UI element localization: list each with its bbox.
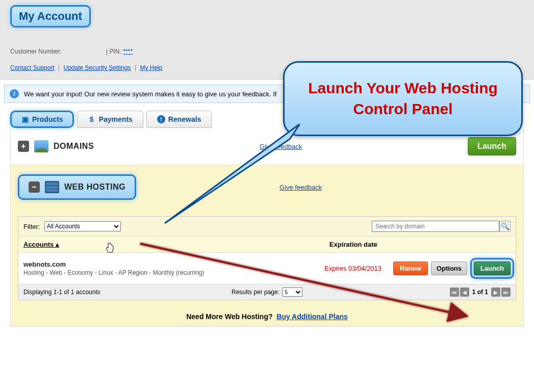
cursor-icon: [105, 242, 115, 257]
search-icon: 🔍: [501, 222, 510, 230]
tab-products[interactable]: ▣ Products: [10, 111, 74, 128]
results-per-page-select[interactable]: 5: [282, 288, 302, 297]
table-row: webnots.com Hosting - Web - Economy - Li…: [18, 253, 516, 284]
launch-button[interactable]: Launch: [474, 262, 511, 275]
search-button[interactable]: 🔍: [499, 221, 511, 232]
pager-bar: Displaying 1-1 of 1 accounts Results per…: [18, 284, 516, 300]
callout-tail: [126, 124, 300, 236]
my-help-link[interactable]: My Help: [140, 64, 162, 71]
filter-label: Filter:: [23, 223, 40, 230]
customer-number-label: Customer Number:: [10, 48, 62, 55]
need-more-row: Need More Web Hosting? Buy Additional Pl…: [11, 307, 523, 326]
svg-marker-0: [165, 124, 300, 223]
expires-text: Expires 03/04/2013: [324, 265, 393, 272]
launch-highlight: Launch: [470, 258, 514, 279]
filter-select[interactable]: All Accounts: [44, 221, 121, 231]
contact-support-link[interactable]: Contact Support: [10, 64, 55, 71]
page-indicator: 1 of 1: [472, 289, 488, 296]
accounts-column-header[interactable]: Accounts ▴: [23, 241, 59, 248]
tab-payments-label: Payments: [99, 115, 133, 123]
results-per-page-label: Results per page:: [232, 289, 279, 296]
dollar-icon: $: [88, 115, 96, 123]
need-more-text: Need More Web Hosting?: [186, 312, 272, 321]
pager-last-button[interactable]: ⏭: [501, 288, 511, 297]
pager-first-button[interactable]: ⏮: [450, 288, 459, 297]
alert-icon: !: [157, 115, 165, 123]
domains-icon: [34, 140, 48, 152]
tab-products-label: Products: [32, 115, 63, 123]
displaying-text: Displaying 1-1 of 1 accounts: [23, 289, 100, 296]
account-name: webnots.com: [23, 260, 324, 268]
server-icon: [45, 181, 59, 193]
domains-launch-button[interactable]: Launch: [468, 137, 516, 155]
security-settings-link[interactable]: Update Security Settings: [64, 64, 131, 71]
notice-text: We want your input! Our new review syste…: [24, 90, 276, 98]
account-description: Hosting - Web - Economy - Linux - AP Reg…: [23, 269, 324, 276]
callout-text: Launch Your Web Hosting Control Panel: [295, 78, 511, 119]
webhosting-title: WEB HOSTING: [64, 182, 125, 192]
pin-link[interactable]: ****: [123, 48, 133, 55]
domains-title: DOMAINS: [54, 142, 94, 151]
collapse-button[interactable]: −: [29, 181, 40, 193]
webhosting-header-button[interactable]: − WEB HOSTING: [18, 174, 136, 200]
search-input[interactable]: [372, 221, 499, 232]
renew-button[interactable]: Renew: [393, 262, 428, 275]
pin-label: | PIN:: [106, 48, 121, 55]
expiration-column-header: Expiration date: [329, 241, 377, 248]
customer-info: Customer Number: | PIN: ****: [10, 48, 524, 55]
info-icon: i: [10, 89, 19, 98]
cube-icon: ▣: [21, 115, 29, 123]
table-header: Accounts ▴ Expiration date: [18, 237, 516, 253]
my-account-button[interactable]: My Account: [10, 5, 91, 28]
options-button[interactable]: Options: [431, 262, 467, 275]
pager-next-button[interactable]: ▶: [491, 288, 500, 297]
tab-renewals-label: Renewals: [168, 115, 201, 123]
annotation-callout: Launch Your Web Hosting Control Panel: [283, 61, 523, 136]
expand-button[interactable]: +: [18, 141, 29, 152]
pager-prev-button[interactable]: ◀: [460, 288, 469, 297]
buy-plans-link[interactable]: Buy Additional Plans: [276, 312, 348, 321]
